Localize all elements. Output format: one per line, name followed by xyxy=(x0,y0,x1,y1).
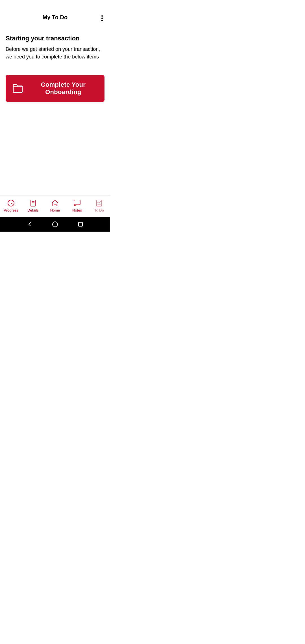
page-title: My To Do xyxy=(43,14,68,21)
nav-item-details[interactable]: Details xyxy=(22,199,44,212)
nav-label-home: Home xyxy=(50,208,60,212)
nav-item-notes[interactable]: Notes xyxy=(66,199,88,212)
svg-point-4 xyxy=(53,222,58,227)
svg-rect-5 xyxy=(79,222,82,226)
nav-label-notes: Notes xyxy=(72,208,82,212)
todo-icon xyxy=(95,199,103,207)
section-title: Starting your transaction xyxy=(6,35,104,42)
nav-label-details: Details xyxy=(27,208,39,212)
home-button[interactable] xyxy=(52,221,58,227)
nav-label-todo: To Do xyxy=(94,208,104,212)
complete-onboarding-button[interactable]: Complete Your Onboarding xyxy=(6,75,104,102)
svg-rect-2 xyxy=(74,200,80,205)
nav-item-progress[interactable]: Progress xyxy=(0,199,22,212)
main-content: Starting your transaction Before we get … xyxy=(0,26,110,195)
nav-item-home[interactable]: Home xyxy=(44,199,66,212)
section-description: Before we get started on your transactio… xyxy=(6,45,104,61)
nav-label-progress: Progress xyxy=(4,208,18,212)
back-button[interactable] xyxy=(27,221,33,227)
home-icon xyxy=(51,199,59,207)
chat-icon xyxy=(73,199,81,207)
nav-item-todo[interactable]: To Do xyxy=(88,199,110,212)
more-dot xyxy=(101,15,103,17)
android-navigation-bar xyxy=(0,217,110,232)
folder-icon xyxy=(12,84,23,93)
clock-icon xyxy=(7,199,15,207)
document-icon xyxy=(29,199,37,207)
recents-button[interactable] xyxy=(77,221,84,227)
onboarding-button-label: Complete Your Onboarding xyxy=(29,81,98,96)
more-dot xyxy=(101,20,103,21)
header: My To Do xyxy=(0,0,110,26)
bottom-navigation: Progress Details Home Notes xyxy=(0,195,110,217)
more-menu-button[interactable] xyxy=(100,14,104,22)
svg-rect-3 xyxy=(97,200,102,206)
more-dot xyxy=(101,18,103,19)
